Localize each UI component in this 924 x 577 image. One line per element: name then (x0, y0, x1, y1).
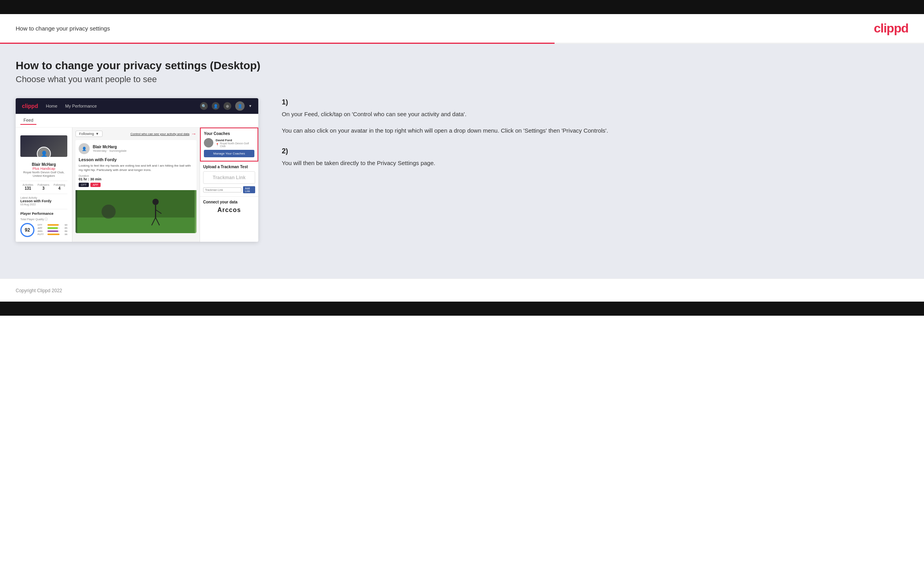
bar-putt: PUTT 96 (38, 233, 67, 235)
following-row: Following ▼ Control who can see your act… (76, 131, 196, 137)
tpq-content: 92 OTT 90 APP 85 (20, 223, 67, 237)
app-main-feed: Following ▼ Control who can see your act… (72, 128, 200, 242)
post-description: Looking to feel like my hands are exitin… (76, 164, 196, 174)
following-label: Following (54, 183, 65, 186)
latest-activity-label: Latest Activity (20, 196, 67, 199)
post-tags: OTT APP (76, 183, 196, 190)
content-layout: clippd Home My Performance 🔍 👤 ⊕ 👤 ▼ Fee… (16, 98, 908, 242)
svg-point-2 (102, 205, 116, 219)
followers-value: 3 (38, 186, 49, 191)
app-screenshot: clippd Home My Performance 🔍 👤 ⊕ 👤 ▼ Fee… (16, 98, 258, 242)
profile-stats: Activities 131 Followers 3 Following 4 (20, 181, 67, 191)
coach-club: 📍 Royal North Devon Golf Club (216, 142, 254, 147)
trackman-input[interactable] (203, 187, 241, 192)
tag-app: APP (90, 183, 101, 187)
svg-rect-1 (77, 217, 195, 233)
instruction-1-number: 1) (282, 98, 901, 106)
app-sidebar: 👤 Blair McHarg Plus Handicap Royal North… (16, 128, 72, 242)
following-button[interactable]: Following ▼ (76, 131, 103, 137)
coach-avatar (204, 138, 213, 147)
profile-handicap: Plus Handicap (20, 167, 67, 171)
trackman-link-box: Trackman Link (203, 171, 255, 184)
user-avatar[interactable]: 👤 (235, 101, 245, 111)
duration-value: 01 hr : 30 min (79, 177, 193, 181)
feed-post: 👤 Blair McHarg Yesterday · Sunningdale L… (76, 140, 196, 233)
post-location: Yesterday · Sunningdale (93, 149, 126, 153)
coaches-highlight-box: Your Coaches David Ford 📍 Royal North De… (200, 128, 258, 162)
instruction-1-text2: You can also click on your avatar in the… (282, 126, 901, 135)
footer: Copyright Clippd 2022 (0, 279, 924, 302)
instruction-1-text: On your Feed, click/tap on 'Control who … (282, 110, 901, 119)
tpq-info-icon: ⓘ (45, 217, 48, 221)
latest-activity: Latest Activity Lesson with Fordy 03 Aug… (20, 194, 67, 206)
followers-label: Followers (38, 183, 49, 186)
bar-ott: OTT 90 (38, 224, 67, 226)
profile-banner: 👤 (20, 135, 67, 157)
player-performance-title: Player Performance (20, 212, 67, 216)
latest-activity-date: 03 Aug 2022 (20, 203, 67, 206)
page-title: How to change your privacy settings (16, 25, 110, 32)
tag-ott: OTT (79, 183, 89, 187)
article-subheading: Choose what you want people to see (16, 74, 908, 84)
add-link-button[interactable]: Add Link (243, 186, 255, 193)
coaches-title: Your Coaches (204, 131, 254, 136)
connect-section: Connect your data Arccos (200, 197, 258, 217)
svg-point-3 (153, 199, 159, 205)
tpq-bars: OTT 90 APP 85 ARG (38, 224, 67, 236)
stat-followers: Followers 3 (38, 183, 49, 191)
bottom-bar (0, 302, 924, 316)
coach-item: David Ford 📍 Royal North Devon Golf Club (204, 138, 254, 147)
post-author-avatar: 👤 (79, 143, 90, 154)
instructions-panel: 1) On your Feed, click/tap on 'Control w… (274, 98, 908, 180)
profile-info: Blair McHarg Plus Handicap Royal North D… (20, 162, 67, 178)
profile-name: Blair McHarg (20, 162, 67, 167)
nav-link-home[interactable]: Home (46, 104, 57, 108)
stat-following: Following 4 (54, 183, 65, 191)
trackman-placeholder: Trackman Link (207, 175, 252, 180)
avatar-dropdown-arrow[interactable]: ▼ (249, 104, 252, 108)
following-value: 4 (54, 186, 65, 191)
top-bar (0, 0, 924, 14)
app-logo: clippd (22, 103, 38, 109)
feed-post-header: 👤 Blair McHarg Yesterday · Sunningdale (76, 140, 196, 157)
activities-label: Activities (22, 183, 33, 186)
bar-arg: ARG 86 (38, 230, 67, 232)
manage-coaches-button[interactable]: Manage Your Coaches (204, 150, 254, 157)
trackman-title: Upload a Trackman Test (203, 165, 255, 169)
post-title: Lesson with Fordy (76, 157, 196, 164)
location-icon: 📍 (216, 143, 219, 146)
clippd-logo: clippd (874, 21, 908, 36)
person-icon[interactable]: 👤 (212, 102, 220, 110)
bar-app: APP 85 (38, 227, 67, 229)
app-navbar: clippd Home My Performance 🔍 👤 ⊕ 👤 ▼ (16, 98, 258, 114)
coach-info: David Ford 📍 Royal North Devon Golf Club (216, 138, 254, 147)
stat-activities: Activities 131 (22, 183, 33, 191)
nav-icons: 🔍 👤 ⊕ 👤 ▼ (200, 101, 252, 111)
nav-link-performance[interactable]: My Performance (65, 104, 97, 108)
player-performance: Player Performance Total Player Quality … (20, 209, 67, 237)
control-link-area: Control who can see your activity and da… (130, 131, 196, 137)
app-right-sidebar: Your Coaches David Ford 📍 Royal North De… (200, 128, 258, 242)
trackman-input-row: Add Link (203, 186, 255, 193)
instruction-2-number: 2) (282, 147, 901, 155)
article-heading: How to change your privacy settings (Des… (16, 59, 908, 72)
trackman-section: Upload a Trackman Test Trackman Link Add… (200, 162, 258, 197)
search-icon[interactable]: 🔍 (200, 102, 208, 110)
feed-tab[interactable]: Feed (20, 116, 36, 125)
post-author-info: Blair McHarg Yesterday · Sunningdale (93, 145, 126, 153)
arrow-right-icon: → (191, 131, 196, 137)
instruction-2: 2) You will then be taken directly to th… (282, 147, 901, 168)
post-duration: Duration 01 hr : 30 min (76, 174, 196, 183)
main-content: How to change your privacy settings (Des… (0, 44, 924, 279)
tpq-label: Total Player Quality ⓘ (20, 217, 67, 221)
compass-icon[interactable]: ⊕ (223, 102, 231, 110)
profile-club: Royal North Devon Golf Club, United King… (20, 171, 67, 178)
golf-image-svg (76, 190, 196, 233)
control-privacy-link[interactable]: Control who can see your activity and da… (130, 132, 189, 136)
connect-title: Connect your data (203, 200, 255, 204)
latest-activity-name: Lesson with Fordy (20, 199, 67, 203)
feed-tab-bar: Feed (16, 114, 258, 128)
coaches-section: Your Coaches David Ford 📍 Royal North De… (201, 128, 258, 161)
instruction-1: 1) On your Feed, click/tap on 'Control w… (282, 98, 901, 135)
header: How to change your privacy settings clip… (0, 14, 924, 43)
